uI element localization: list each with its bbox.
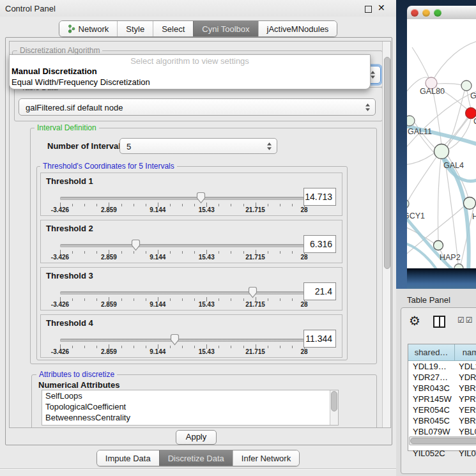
threshold-value-4[interactable]: 11.344 [303,330,336,348]
table-panel: Table Panel ⚙ ☑☑ shared… name YDL19…YDL1… [396,289,476,476]
tab-discretize-data[interactable]: Discretize Data [159,450,233,466]
attribute-item-topologicalcoefficient[interactable]: TopologicalCoefficient [42,401,338,412]
svg-text:GA: GA [470,91,476,100]
float-window-icon[interactable] [365,6,372,13]
attribute-item-selfloops[interactable]: SelfLoops [42,390,338,401]
table-horizontal-scrollbar[interactable] [409,436,476,445]
network-canvas[interactable]: GAL80GACGAL11GAL4GCY1HHAP2 [407,19,476,268]
cell-shared-name[interactable]: YIL052C [408,448,455,459]
threshold-slider-2[interactable] [60,244,304,247]
tab-label: Style [126,24,144,34]
tab-cyni-toolbox[interactable]: Cyni Toolbox [193,21,257,36]
threshold-value-2[interactable]: 6.316 [303,235,336,253]
attribute-item-betweennesscentrality[interactable]: BetweennessCentrality [42,412,338,423]
tab-style[interactable]: Style [117,21,153,36]
cell-name[interactable]: YER0 [455,404,476,415]
table-row[interactable]: YDL19…YDL1 [408,361,476,372]
tick-label: 2.859 [101,206,117,213]
number-of-intervals-select[interactable]: 5 [119,138,277,154]
svg-text:H: H [472,212,476,221]
settings-vertical-scrollbar-thumb[interactable] [384,57,390,269]
settings-vertical-scrollbar[interactable] [382,42,391,427]
table-row[interactable]: YBL079WYBL0 [408,426,476,437]
cell-name[interactable]: YPR1 [455,394,476,404]
gear-icon[interactable]: ⚙ [409,313,420,328]
table-horizontal-scrollbar-thumb[interactable] [410,438,476,444]
threshold-slider-4[interactable] [60,339,304,342]
cell-name[interactable]: YDL1 [455,361,476,372]
table-row[interactable]: YBR043CYBR0 [408,383,476,394]
tick-label: 15.43 [199,348,215,355]
apply-button[interactable]: Apply [176,430,217,445]
cell-shared-name[interactable]: YBR043C [408,383,455,394]
tab-label: Cyni Toolbox [202,24,249,34]
cell-shared-name[interactable]: YBL079W [408,426,455,437]
zoom-traffic-light-icon[interactable] [434,9,441,17]
minimize-traffic-light-icon[interactable] [422,9,430,17]
stepper-arrows-icon [266,142,272,151]
cell-shared-name[interactable]: YER054C [408,404,455,415]
bottom-tabs-segmented-control: Impute DataDiscretize DataInfer Network [96,450,300,466]
column-layout-icon[interactable] [433,316,445,328]
close-icon[interactable]: ✕ [378,3,385,13]
tick-label: 21.715 [245,254,265,261]
column-header-shared-name[interactable]: shared… [408,344,455,361]
cell-name[interactable]: YIL0 [455,448,476,459]
tick-label: 15.43 [199,206,215,213]
svg-text:C: C [473,117,476,126]
attributes-list-scrollbar-thumb[interactable] [331,391,337,411]
table-row[interactable]: YDR27…YDR2 [408,372,476,383]
algorithm-option-manual[interactable]: Manual Discretization [12,66,97,76]
control-panel-titlebar: Control Panel ✕ [0,0,396,17]
tick-label: 2.859 [101,301,117,308]
column-header-name[interactable]: name [455,344,476,361]
attributes-list-scrollbar[interactable] [330,390,338,425]
tab-infer-network[interactable]: Infer Network [233,450,299,466]
slider-tick-labels: -3.4262.8599.14415.4321.71528 [60,206,304,214]
tick-label: 2.859 [101,348,117,355]
algorithm-option-equal-width[interactable]: Equal Width/Frequency Discretization [12,77,150,87]
tick-label: 15.43 [199,254,215,261]
threshold-list: Threshold 1-3.4262.8599.14415.4321.71528… [40,173,342,362]
attribute-items: SelfLoopsTopologicalCoefficientBetweenne… [42,390,338,423]
threshold-slider-1[interactable] [60,197,304,200]
table-row[interactable]: YIL052CYIL0 [408,448,476,459]
checkbox-columns-icon[interactable]: ☑☑ [457,316,474,325]
cell-name[interactable]: YBR0 [455,415,476,426]
number-of-intervals-label: Number of Intervals [47,141,118,151]
table-row[interactable]: YPR145WYPR1 [408,394,476,404]
cell-name[interactable]: YDR2 [455,372,476,383]
cell-shared-name[interactable]: YBR045C [408,415,455,426]
tab-network[interactable]: Network [59,21,118,36]
tick-label: 21.715 [245,348,265,355]
cell-shared-name[interactable]: YPR145W [408,394,455,404]
table-panel-title: Table Panel [407,295,450,305]
slider-tick-labels: -3.4262.8599.14415.4321.71528 [60,254,304,261]
top-tab-bar: NetworkStyleSelectCyni ToolboxjActiveMNo… [0,20,396,37]
table-row[interactable]: YBR045CYBR0 [408,415,476,426]
table-data-select[interactable]: galFiltered.sif default node [19,98,376,116]
cell-name[interactable]: YBL0 [455,426,476,437]
tick-label: 21.715 [245,301,265,308]
network-window-titlebar[interactable] [407,6,476,20]
network-window-frame: GAL80GACGAL11GAL4GCY1HHAP2 [396,0,476,289]
tab-select[interactable]: Select [153,21,193,36]
threshold-value-1[interactable]: 14.713 [303,188,336,206]
bottom-tab-bar: Impute DataDiscretize DataInfer Network [0,450,396,466]
tick-label: 9.144 [150,348,165,355]
close-traffic-light-icon[interactable] [411,9,418,17]
threshold-slider-3[interactable] [60,291,304,295]
app-root: Control Panel ✕ NetworkStyleSelectCyni T… [0,0,476,476]
threshold-value-3[interactable]: 21.4 [303,282,336,300]
cell-shared-name[interactable]: YDL19… [408,361,455,372]
node-table: shared… name YDL19…YDL1YDR27…YDR2YBR043C… [408,344,476,451]
tab-impute-data[interactable]: Impute Data [97,450,159,466]
tick-label: 28 [300,206,307,213]
tab-jactivemnodules[interactable]: jActiveMNodules [258,21,337,36]
tab-label: Infer Network [242,454,291,463]
tick-label: 21.715 [245,206,265,213]
cell-shared-name[interactable]: YDR27… [408,372,455,383]
numerical-attributes-list[interactable]: SelfLoopsTopologicalCoefficientBetweenne… [42,390,339,426]
cell-name[interactable]: YBR0 [455,383,476,394]
table-row[interactable]: YER054CYER0 [408,404,476,415]
